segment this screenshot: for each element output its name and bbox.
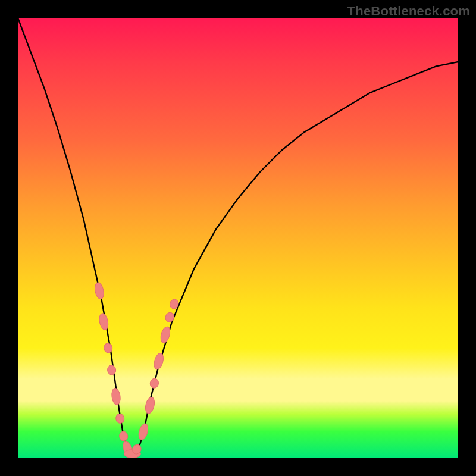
curve-marker xyxy=(115,413,125,424)
curve-marker xyxy=(152,352,165,371)
plot-area xyxy=(18,18,458,458)
curve-marker xyxy=(149,378,159,389)
chart-svg xyxy=(18,18,458,458)
outer-frame: TheBottleneck.com xyxy=(0,0,476,476)
curve-marker xyxy=(93,282,105,300)
curve-marker xyxy=(111,388,121,406)
curve-marker xyxy=(137,422,149,441)
curve-markers xyxy=(93,282,180,458)
curve-marker xyxy=(118,431,129,441)
watermark-text: TheBottleneck.com xyxy=(347,4,470,19)
curve-marker xyxy=(164,311,176,323)
bottleneck-curve xyxy=(18,18,458,458)
curve-marker xyxy=(144,396,156,414)
curve-marker xyxy=(107,365,116,375)
curve-marker xyxy=(98,312,109,330)
